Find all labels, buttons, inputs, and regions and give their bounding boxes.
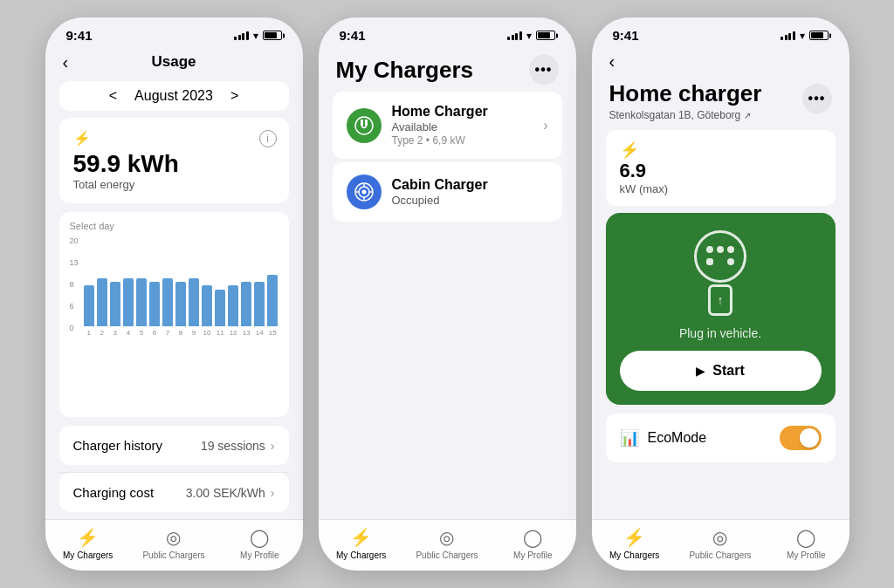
plug-in-text: Plug in vehicle.	[679, 326, 761, 340]
status-icons-3: ▾	[781, 30, 829, 42]
chart-card: Select day 0 6 8 13 20 12345678910111213…	[59, 212, 289, 417]
ecomode-label: EcoMode	[648, 430, 707, 446]
start-button[interactable]: ▶ Start	[620, 351, 822, 391]
home-charger-back-bar: ‹	[592, 46, 849, 75]
chart-bar-14[interactable]: 14	[254, 282, 265, 337]
chart-bar-7[interactable]: 7	[162, 278, 174, 337]
plug-body: ↑	[708, 284, 732, 316]
chart-bar-3[interactable]: 3	[110, 282, 121, 337]
charging-cost-row[interactable]: Charging cost 3.00 SEK/kWh ›	[59, 473, 289, 512]
charger-list: Home Charger Available Type 2 • 6,9 kW ›	[319, 92, 576, 222]
status-icons-1: ▾	[234, 30, 282, 42]
profile-tab-label-2: My Profile	[513, 550, 552, 560]
svg-rect-1	[361, 120, 363, 126]
info-button[interactable]: i	[259, 130, 277, 147]
chart-bar-12[interactable]: 12	[228, 285, 239, 337]
home-charger-address: Stenkolsgatan 1B, Göteborg ↗	[609, 109, 762, 121]
more-button-3[interactable]: •••	[802, 84, 832, 113]
chart-bar-4[interactable]: 4	[123, 278, 134, 337]
history-row-label: Charger history	[73, 438, 163, 453]
chart-bar-5[interactable]: 5	[136, 278, 148, 337]
bolt-icon-energy: ⚡	[73, 130, 275, 147]
chart-bar-6[interactable]: 6	[149, 282, 161, 337]
chart-bar-13[interactable]: 13	[241, 282, 252, 337]
chart-bar-1[interactable]: 1	[84, 285, 95, 337]
svg-point-0	[355, 117, 373, 134]
tab-my-chargers-3[interactable]: ⚡ My Chargers	[592, 527, 677, 560]
plug-illustration: ↑	[694, 230, 746, 316]
tab-profile-3[interactable]: ◯ My Profile	[763, 527, 849, 560]
more-button-2[interactable]: •••	[529, 55, 559, 85]
cabin-charger-name: Cabin Charger	[392, 177, 548, 193]
chart-bar-2[interactable]: 2	[97, 278, 108, 337]
chart-select-label: Select day	[70, 221, 279, 231]
cabin-charger-icon	[347, 174, 382, 209]
bolt-icon-power: ⚡	[620, 140, 822, 160]
public-tab-label-1: Public Chargers	[142, 550, 204, 560]
profile-tab-icon-3: ◯	[796, 527, 815, 548]
signal-icon-2	[507, 31, 522, 40]
chart-bar-9[interactable]: 9	[189, 278, 200, 337]
chargers-tab-label-3: My Chargers	[609, 550, 659, 560]
ecomode-left: 📊 EcoMode	[620, 428, 707, 448]
battery-icon-1	[263, 31, 282, 40]
cost-chevron: ›	[271, 486, 275, 500]
public-tab-label-3: Public Chargers	[689, 550, 751, 560]
start-btn-label: Start	[712, 363, 744, 379]
status-bar-3: 9:41 ▾	[592, 17, 849, 46]
home-charger-icon	[347, 108, 382, 143]
energy-label: Total energy	[73, 178, 275, 191]
home-charger-name: Home Charger	[392, 104, 533, 120]
status-time-2: 9:41	[340, 28, 366, 43]
month-label: August 2023	[134, 88, 213, 104]
home-charger-item[interactable]: Home Charger Available Type 2 • 6,9 kW ›	[333, 92, 562, 159]
chart-bar-10[interactable]: 10	[202, 285, 213, 337]
battery-icon-2	[536, 31, 555, 40]
ecomode-toggle[interactable]	[780, 426, 822, 450]
cost-row-value: 3.00 SEK/kWh ›	[186, 486, 275, 500]
tab-profile-1[interactable]: ◯ My Profile	[217, 527, 302, 560]
ecomode-bar-icon: 📊	[620, 428, 639, 448]
start-play-icon: ▶	[696, 364, 705, 378]
history-chevron: ›	[271, 439, 275, 453]
chargers-tab-label-1: My Chargers	[63, 550, 113, 560]
public-tab-icon-2: ◎	[439, 527, 454, 548]
wifi-icon-2: ▾	[526, 30, 532, 42]
home-charger-status: Available	[392, 120, 533, 133]
signal-icon-3	[781, 31, 795, 40]
history-row-value: 19 sessions ›	[201, 439, 275, 453]
status-icons-2: ▾	[507, 30, 555, 42]
plug-arrow-icon: ↑	[718, 293, 724, 307]
charger-history-row[interactable]: Charger history 19 sessions ›	[59, 426, 289, 465]
profile-tab-icon-1: ◯	[250, 527, 269, 548]
chart-bar-15[interactable]: 15	[267, 275, 279, 338]
chart-bar-8[interactable]: 8	[175, 282, 187, 337]
next-month-button[interactable]: >	[230, 88, 238, 104]
tab-my-chargers-2[interactable]: ⚡ My Chargers	[319, 527, 404, 560]
status-time-3: 9:41	[613, 28, 639, 43]
screen-content-usage: ‹ Usage < August 2023 > ⚡ 59.9 kWh Total…	[45, 46, 303, 519]
tab-public-chargers-1[interactable]: ◎ Public Chargers	[131, 527, 217, 560]
prev-month-button[interactable]: <	[109, 88, 117, 104]
status-bar-2: 9:41 ▾	[319, 17, 576, 46]
usage-header: ‹ Usage	[45, 46, 303, 74]
tab-profile-2[interactable]: ◯ My Profile	[490, 527, 575, 560]
month-nav: < August 2023 >	[59, 81, 289, 111]
back-button-usage[interactable]: ‹	[63, 52, 69, 72]
cabin-charger-item[interactable]: Cabin Charger Occupied	[333, 162, 562, 222]
power-unit: kW (max)	[620, 182, 822, 195]
chargers-tab-icon-3: ⚡	[623, 527, 645, 548]
back-button-home-charger[interactable]: ‹	[609, 51, 615, 72]
cabin-charger-info: Cabin Charger Occupied	[392, 177, 548, 207]
svg-rect-2	[365, 120, 368, 126]
public-tab-label-2: Public Chargers	[416, 550, 478, 560]
chart-bar-11[interactable]: 11	[215, 290, 226, 338]
tab-public-chargers-2[interactable]: ◎ Public Chargers	[404, 527, 490, 560]
socket-holes	[706, 246, 734, 267]
tab-my-chargers-1[interactable]: ⚡ My Chargers	[45, 527, 131, 560]
status-bar-1: 9:41 ▾	[45, 17, 303, 46]
tab-public-chargers-3[interactable]: ◎ Public Chargers	[677, 527, 763, 560]
power-card: ⚡ 6.9 kW (max)	[606, 130, 836, 206]
home-charger-header: Home charger Stenkolsgatan 1B, Göteborg …	[592, 75, 849, 123]
wifi-icon-3: ▾	[800, 30, 805, 42]
